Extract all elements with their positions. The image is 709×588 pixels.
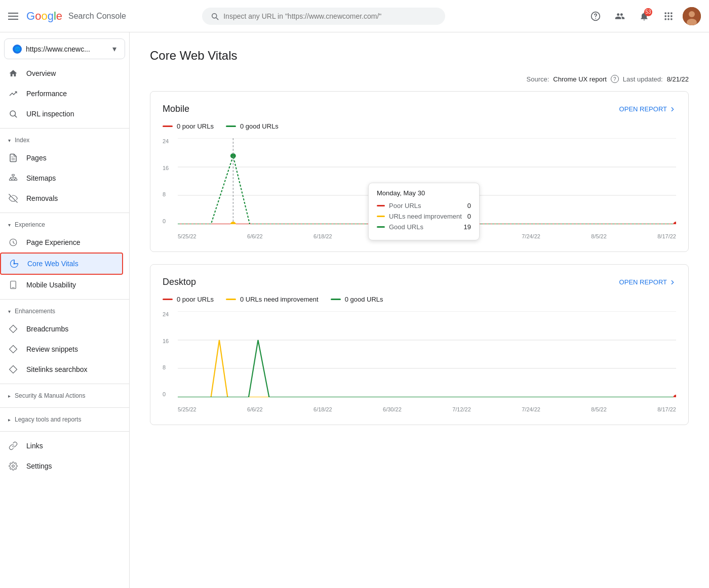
tooltip-value-improvement: 0: [467, 213, 471, 220]
sidebar-section-index[interactable]: ▾ Index: [0, 133, 129, 148]
svg-rect-9: [667, 18, 669, 20]
svg-rect-17: [12, 179, 15, 181]
legend-line-poor: [163, 125, 173, 127]
legend-label-poor: 0 poor URLs: [177, 122, 214, 130]
sidebar-item-review-snippets[interactable]: Review snippets: [0, 339, 125, 359]
remove-eye-icon: [8, 193, 18, 203]
section-label: Security & Manual Actions: [15, 392, 85, 399]
section-label: Legacy tools and reports: [15, 416, 81, 423]
svg-rect-7: [671, 15, 672, 17]
svg-rect-16: [10, 179, 12, 181]
svg-rect-10: [671, 18, 672, 20]
sidebar-item-page-experience[interactable]: Page Experience: [0, 232, 125, 253]
desktop-card-title: Desktop: [163, 277, 196, 287]
sidebar-item-removals[interactable]: Removals: [0, 188, 125, 208]
links-icon: [8, 441, 18, 451]
apps-icon: [663, 11, 674, 21]
menu-icon[interactable]: [8, 13, 18, 20]
sidebar-item-sitelinks-searchbox[interactable]: Sitelinks searchbox: [0, 359, 125, 380]
help-icon: [590, 11, 601, 21]
sidebar-item-overview[interactable]: Overview: [0, 63, 125, 83]
avatar[interactable]: [683, 7, 701, 25]
tooltip-row-good: Good URLs 19: [377, 223, 471, 231]
legend-line-improvement: [226, 299, 236, 300]
svg-rect-18: [15, 179, 17, 181]
active-item-box: Core Web Vitals: [0, 253, 123, 275]
breadcrumb-icon: [8, 324, 18, 334]
sidebar-item-core-web-vitals[interactable]: Core Web Vitals: [1, 254, 122, 274]
experience-icon: [8, 237, 18, 247]
tooltip-text-improvement: URLs need improvement: [389, 213, 462, 220]
sidebar-item-performance[interactable]: Performance: [0, 83, 125, 104]
search-bar[interactable]: [202, 8, 445, 25]
sidebar-item-url-inspection[interactable]: URL inspection: [0, 104, 125, 124]
sidebar-section-experience[interactable]: ▾ Experience: [0, 217, 129, 232]
help-button[interactable]: [585, 6, 606, 26]
tooltip-label-good: Good URLs: [377, 223, 423, 231]
source-label: Source:: [527, 75, 549, 83]
tooltip-value-good: 19: [464, 223, 471, 231]
legend-item-good: 0 good URLs: [331, 296, 383, 303]
sidebar-item-label: Breadcrumbs: [26, 325, 68, 333]
sidebar-item-label: Removals: [26, 194, 58, 202]
sidebar-item-breadcrumbs[interactable]: Breadcrumbs: [0, 319, 125, 339]
tooltip-dot-good: [377, 226, 385, 228]
sidebar-item-mobile-usability[interactable]: Mobile Usability: [0, 275, 125, 295]
sidebar-item-settings[interactable]: Settings: [0, 456, 125, 476]
svg-rect-3: [667, 12, 669, 14]
notification-count: 53: [644, 8, 652, 16]
sitemap-icon: [8, 173, 18, 183]
sidebar-item-sitemaps[interactable]: Sitemaps: [0, 168, 125, 188]
product-name: Search Console: [68, 12, 126, 21]
tooltip-label-poor: Poor URLs: [377, 202, 421, 209]
sidebar-item-pages[interactable]: Pages: [0, 148, 125, 168]
sidebar-section-legacy[interactable]: ▸ Legacy tools and reports: [0, 412, 129, 427]
legend-line-poor: [163, 299, 173, 300]
desktop-open-report-link[interactable]: OPEN REPORT: [619, 278, 676, 286]
site-selector[interactable]: 🌐 https://www.cnewc... ▾: [4, 38, 125, 59]
sidebar-item-label: Review snippets: [26, 345, 78, 353]
sidebar-item-label: Settings: [26, 462, 52, 470]
legend-label-improvement: 0 URLs need improvement: [240, 296, 319, 303]
svg-rect-8: [664, 18, 666, 20]
divider: [0, 299, 129, 300]
chart-tooltip: Monday, May 30 Poor URLs 0 URLs need imp…: [368, 183, 480, 240]
desktop-card: Desktop OPEN REPORT 0 poor URLs 0 URLs n…: [150, 264, 689, 425]
section-label: Enhancements: [15, 308, 55, 315]
sidebar-section-security[interactable]: ▸ Security & Manual Actions: [0, 388, 129, 403]
tooltip-text-good: Good URLs: [389, 223, 423, 231]
svg-rect-5: [664, 15, 666, 17]
sidebar-item-label: URL inspection: [26, 110, 74, 118]
admin-button[interactable]: [610, 6, 630, 26]
site-favicon: 🌐: [13, 45, 22, 54]
mobile-card-title: Mobile: [163, 104, 189, 114]
page-title: Core Web Vitals: [150, 49, 689, 63]
chart-svg-area: [178, 311, 676, 397]
divider: [0, 407, 129, 408]
mobile-open-report-link[interactable]: OPEN REPORT: [619, 105, 676, 113]
site-url: https://www.cnewc...: [26, 45, 108, 53]
notifications-button[interactable]: 53: [634, 6, 654, 26]
logo[interactable]: Google Search Console: [26, 10, 126, 23]
legend-label-good: 0 good URLs: [240, 122, 279, 130]
home-icon: [8, 68, 18, 78]
legend-item-poor: 0 poor URLs: [163, 122, 214, 130]
sidebar-item-links[interactable]: Links: [0, 436, 125, 456]
source-bar: Source: Chrome UX report ? Last updated:…: [150, 75, 689, 83]
tooltip-date: Monday, May 30: [377, 189, 471, 197]
sidebar-item-label: Mobile Usability: [26, 281, 76, 289]
tooltip-row-improvement: URLs need improvement 0: [377, 213, 471, 220]
dropdown-icon: ▾: [112, 44, 116, 54]
chevron-right-icon: [669, 106, 676, 113]
expand-icon: ▸: [8, 417, 11, 423]
source-help-icon[interactable]: ?: [611, 75, 619, 83]
sidebar-section-enhancements[interactable]: ▾ Enhancements: [0, 304, 129, 319]
topbar-actions: 53: [585, 6, 701, 26]
desktop-chart-svg: [178, 311, 676, 397]
apps-button[interactable]: [658, 6, 679, 26]
open-report-label: OPEN REPORT: [619, 278, 667, 286]
sidebar-item-label: Links: [26, 442, 43, 450]
tooltip-value-poor: 0: [467, 202, 471, 209]
search-input[interactable]: [223, 12, 437, 20]
admin-icon: [615, 11, 625, 21]
